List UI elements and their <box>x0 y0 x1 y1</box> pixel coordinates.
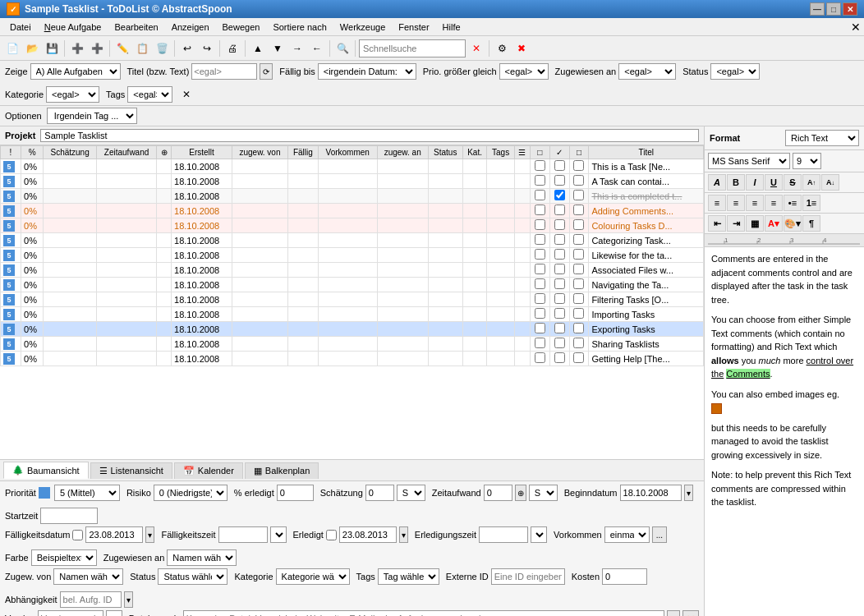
task-check1[interactable] <box>535 323 545 333</box>
fmt-highlight-btn[interactable]: 🎨▾ <box>784 215 802 232</box>
menu-fenster[interactable]: Fenster <box>392 21 435 34</box>
task-cb2[interactable] <box>569 248 589 263</box>
task-cb1[interactable] <box>530 307 549 322</box>
task-check1[interactable] <box>535 338 545 348</box>
titel-clear-btn[interactable]: ⟳ <box>260 63 273 80</box>
erledigt-input[interactable] <box>339 526 397 543</box>
task-checkbox[interactable] <box>554 352 565 363</box>
task-cb2[interactable] <box>569 307 589 322</box>
table-row[interactable]: 5 0% 18.10.2008 Filtering Tasks [O... <box>1 292 704 307</box>
task-check1[interactable] <box>535 264 545 274</box>
zeitaufwand-unit[interactable]: S ▾ <box>529 485 558 501</box>
task-checkbox[interactable] <box>554 175 565 186</box>
task-check1[interactable] <box>535 219 545 230</box>
zeige-select[interactable]: A) Alle Aufgaben <box>30 63 121 80</box>
task-check1[interactable] <box>535 160 545 171</box>
table-row[interactable]: 5 0% 18.10.2008 Likewise for the ta... <box>1 248 704 263</box>
prioritaet-select[interactable]: 5 (Mittel) <box>54 485 120 501</box>
toolbar-copy-btn[interactable]: 📋 <box>133 39 151 57</box>
toolbar-print-btn[interactable]: 🖨 <box>223 39 241 57</box>
font-family-select[interactable]: MS Sans Serif <box>708 153 790 169</box>
task-check1[interactable] <box>535 175 545 186</box>
toolbar-open-btn[interactable]: 📂 <box>23 39 41 57</box>
dateiverweis-btn2[interactable]: 📂 <box>682 610 699 616</box>
task-checkbox[interactable] <box>554 190 565 200</box>
status2-select[interactable]: Status wählen <box>158 568 227 585</box>
kosten-input[interactable] <box>602 568 647 585</box>
task-check2[interactable] <box>573 264 584 274</box>
fmt-align-center-btn[interactable]: ≡ <box>727 195 745 211</box>
task-cb1[interactable] <box>530 204 549 218</box>
task-cb2[interactable] <box>569 337 589 352</box>
tags2-select[interactable]: Tag wählen <box>378 568 439 585</box>
th-status[interactable]: Status <box>428 146 462 159</box>
fmt-numbers-btn[interactable]: 1≡ <box>802 195 820 211</box>
task-table-container[interactable]: ! % Schätzung Zeitaufwand ⊕ Erstellt zug… <box>0 145 704 459</box>
task-cb2[interactable] <box>569 204 589 218</box>
fmt-outdent-btn[interactable]: ⇤ <box>708 215 726 232</box>
th-kat[interactable]: Kat. <box>462 146 487 159</box>
tab-listenansicht[interactable]: ☰ Listenansicht <box>90 462 172 479</box>
status-select[interactable]: <egal> <box>710 63 760 80</box>
faellig-select[interactable]: <irgendein Datum: <box>318 63 416 80</box>
task-check1[interactable] <box>535 234 545 245</box>
schaetzung-unit[interactable]: S ▾ <box>397 485 425 501</box>
fmt-table-btn[interactable]: ▦ <box>746 215 764 232</box>
table-row[interactable]: 5 0% 18.10.2008 Importing Tasks <box>1 307 704 322</box>
task-check1[interactable] <box>535 205 545 215</box>
fmt-underline-btn[interactable]: U <box>765 174 783 191</box>
th-priority[interactable]: ! <box>1 146 21 159</box>
task-checkbox[interactable] <box>554 308 565 319</box>
version-select[interactable]: ▾ <box>106 610 122 616</box>
task-checkbox[interactable] <box>554 338 565 348</box>
faelligkeitsdatum-input[interactable] <box>85 526 143 543</box>
menu-sortiere[interactable]: Sortiere nach <box>266 21 333 34</box>
faelligkeitsdatum-btn[interactable]: ▾ <box>145 526 154 543</box>
task-check2[interactable] <box>573 338 584 348</box>
task-checkbox[interactable] <box>554 323 565 333</box>
task-check2[interactable] <box>573 352 584 363</box>
dateiverweis-input[interactable] <box>183 610 664 616</box>
menu-werkzeuge[interactable]: Werkzeuge <box>333 21 392 34</box>
task-cb1[interactable] <box>530 189 549 204</box>
task-checkbox[interactable] <box>554 234 565 245</box>
erledigungszeit-input[interactable] <box>479 526 528 543</box>
th-zugewiesen[interactable]: zugew. an <box>377 146 428 159</box>
menu-bewegen[interactable]: Bewegen <box>216 21 267 34</box>
titel-input[interactable] <box>191 63 257 80</box>
toolbar-add2-btn[interactable]: ➕ <box>88 39 106 57</box>
task-cb1[interactable] <box>530 322 549 337</box>
fmt-abbrev-btn[interactable]: A <box>708 174 726 191</box>
optionen-select[interactable]: Irgendein Tag ... <box>47 108 137 124</box>
toolbar-add-btn[interactable]: ➕ <box>68 39 86 57</box>
format-select[interactable]: Rich Text Simple Text <box>785 130 859 146</box>
th-note[interactable]: ☰ <box>514 146 530 159</box>
task-checkbox[interactable] <box>554 293 565 304</box>
task-check2[interactable] <box>573 249 584 260</box>
task-cb2[interactable] <box>569 189 589 204</box>
font-size-select[interactable]: 9 <box>793 153 821 169</box>
th-erstellt[interactable]: Erstellt <box>172 146 232 159</box>
erledigungszeit-select[interactable]: ▾ <box>531 526 547 543</box>
task-cb1[interactable] <box>530 337 549 352</box>
toolbar-delete-btn[interactable]: 🗑️ <box>153 39 171 57</box>
task-checkbox[interactable] <box>554 249 565 260</box>
task-check1[interactable] <box>535 278 545 289</box>
erledigt-cb[interactable] <box>326 530 337 540</box>
fmt-align-right-btn[interactable]: ≡ <box>746 195 764 211</box>
zugewiesen-an-select[interactable]: Namen wählen <box>167 549 237 566</box>
task-checkbox[interactable] <box>554 264 565 274</box>
toolbar-redo-btn[interactable]: ↪ <box>198 39 216 57</box>
zugewiesen-select[interactable]: <egal> <box>618 63 676 80</box>
menu-anzeigen[interactable]: Anzeigen <box>165 21 216 34</box>
task-check2[interactable] <box>573 278 584 289</box>
th-check[interactable]: ✓ <box>549 146 569 159</box>
task-check2[interactable] <box>573 175 584 186</box>
task-cb1[interactable] <box>530 292 549 307</box>
table-row[interactable]: 5 0% 18.10.2008 A Task can contai... <box>1 174 704 189</box>
th-zeitaufwand[interactable]: Zeitaufwand <box>96 146 156 159</box>
kategorie-select[interactable]: <egal> <box>46 86 99 103</box>
filter-close-icon[interactable]: ✕ <box>179 89 194 100</box>
task-cb2[interactable] <box>569 233 589 248</box>
toolbar-indent-btn[interactable]: → <box>288 39 306 57</box>
